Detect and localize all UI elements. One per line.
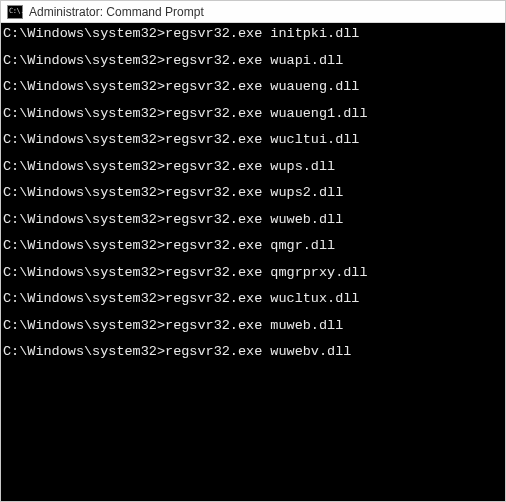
terminal-line: C:\Windows\system32>regsvr32.exe initpki… [3, 27, 503, 41]
terminal-line: C:\Windows\system32>regsvr32.exe wuaueng… [3, 107, 503, 121]
terminal-blank [3, 94, 503, 107]
terminal-blank [3, 147, 503, 160]
terminal-line: C:\Windows\system32>regsvr32.exe wups.dl… [3, 160, 503, 174]
terminal-line: C:\Windows\system32>regsvr32.exe wups2.d… [3, 186, 503, 200]
terminal-blank [3, 306, 503, 319]
terminal-line: C:\Windows\system32>regsvr32.exe wuapi.d… [3, 54, 503, 68]
terminal-line: C:\Windows\system32>regsvr32.exe qmgrprx… [3, 266, 503, 280]
cmd-icon: C:\. [7, 5, 23, 19]
terminal-body[interactable]: C:\Windows\system32>regsvr32.exe initpki… [1, 23, 505, 501]
terminal-line: C:\Windows\system32>regsvr32.exe wucltux… [3, 292, 503, 306]
terminal-line: C:\Windows\system32>regsvr32.exe qmgr.dl… [3, 239, 503, 253]
terminal-line: C:\Windows\system32>regsvr32.exe wuwebv.… [3, 345, 503, 359]
terminal-line: C:\Windows\system32>regsvr32.exe wuweb.d… [3, 213, 503, 227]
command-prompt-window: C:\. Administrator: Command Prompt C:\Wi… [0, 0, 506, 502]
terminal-blank [3, 200, 503, 213]
window-title: Administrator: Command Prompt [29, 5, 204, 19]
terminal-blank [3, 359, 503, 372]
titlebar[interactable]: C:\. Administrator: Command Prompt [1, 1, 505, 23]
cmd-icon-glyph: C:\. [9, 8, 24, 15]
terminal-blank [3, 41, 503, 54]
terminal-line: C:\Windows\system32>regsvr32.exe wuaueng… [3, 80, 503, 94]
terminal-blank [3, 253, 503, 266]
terminal-line: C:\Windows\system32>regsvr32.exe muweb.d… [3, 319, 503, 333]
terminal-line: C:\Windows\system32>regsvr32.exe wucltui… [3, 133, 503, 147]
